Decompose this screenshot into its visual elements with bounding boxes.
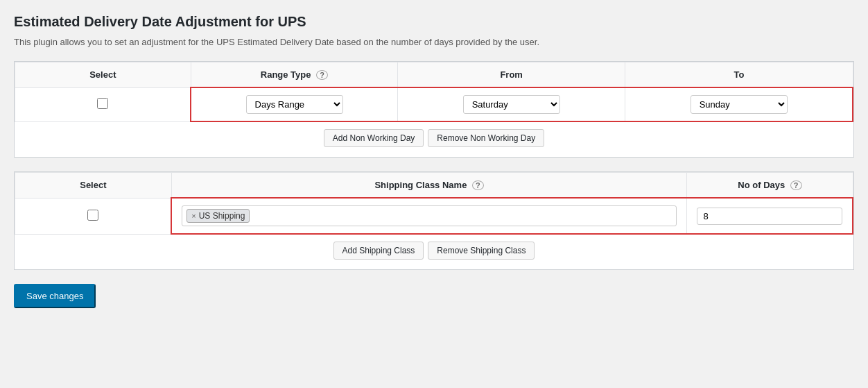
- col-header-select-1: Select: [15, 62, 191, 88]
- no-of-days-cell: [687, 198, 853, 234]
- non-working-days-section: Select Range Type ? From To: [14, 61, 854, 158]
- row-checkbox-2[interactable]: [87, 210, 98, 221]
- col-header-shipping-class-name: Shipping Class Name ?: [171, 173, 687, 199]
- non-working-day-row: Days Range Date Range Sunday Monday Tues…: [15, 87, 853, 121]
- shipping-class-row: × US Shipping: [15, 198, 853, 234]
- col-header-select-2: Select: [15, 173, 172, 199]
- col-header-from: From: [398, 62, 625, 88]
- non-working-day-buttons: Add Non Working Day Remove Non Working D…: [15, 122, 853, 157]
- add-shipping-class-button[interactable]: Add Shipping Class: [333, 242, 424, 260]
- us-shipping-tag[interactable]: × US Shipping: [186, 209, 250, 223]
- shipping-class-name-cell: × US Shipping: [171, 198, 687, 234]
- col-header-no-of-days: No of Days ?: [687, 173, 853, 199]
- add-non-working-day-button[interactable]: Add Non Working Day: [324, 129, 424, 147]
- to-cell: Sunday Monday Tuesday Wednesday Thursday…: [625, 87, 853, 121]
- save-changes-button[interactable]: Save changes: [14, 284, 96, 308]
- shipping-class-help-icon: ?: [472, 180, 484, 190]
- remove-shipping-class-button[interactable]: Remove Shipping Class: [428, 242, 535, 260]
- tag-remove-icon[interactable]: ×: [191, 212, 196, 220]
- to-select[interactable]: Sunday Monday Tuesday Wednesday Thursday…: [691, 95, 788, 114]
- shipping-class-table: Select Shipping Class Name ? No of Days …: [15, 172, 853, 235]
- row-checkbox-1[interactable]: [97, 98, 108, 109]
- select-cell-1: [15, 87, 191, 121]
- shipping-class-tag-input[interactable]: × US Shipping: [182, 205, 677, 226]
- select-cell-2: [15, 198, 172, 234]
- from-cell: Sunday Monday Tuesday Wednesday Thursday…: [398, 87, 625, 121]
- range-type-select[interactable]: Days Range Date Range: [246, 95, 343, 114]
- shipping-class-section: Select Shipping Class Name ? No of Days …: [14, 171, 854, 270]
- range-type-help-icon: ?: [316, 70, 328, 80]
- save-row: Save changes: [14, 284, 854, 308]
- shipping-class-buttons: Add Shipping Class Remove Shipping Class: [15, 235, 853, 269]
- no-of-days-help-icon: ?: [790, 180, 802, 190]
- tag-label: US Shipping: [199, 211, 245, 221]
- col-header-range-type: Range Type ?: [191, 62, 397, 88]
- remove-non-working-day-button[interactable]: Remove Non Working Day: [428, 129, 544, 147]
- range-type-cell: Days Range Date Range: [191, 87, 397, 121]
- page-title: Estimated Delivery Date Adjustment for U…: [14, 14, 854, 30]
- col-header-to: To: [625, 62, 853, 88]
- no-of-days-input[interactable]: [697, 208, 842, 225]
- from-select[interactable]: Sunday Monday Tuesday Wednesday Thursday…: [463, 95, 560, 114]
- page-description: This plugin allows you to set an adjustm…: [14, 37, 568, 47]
- non-working-days-table: Select Range Type ? From To: [15, 62, 853, 122]
